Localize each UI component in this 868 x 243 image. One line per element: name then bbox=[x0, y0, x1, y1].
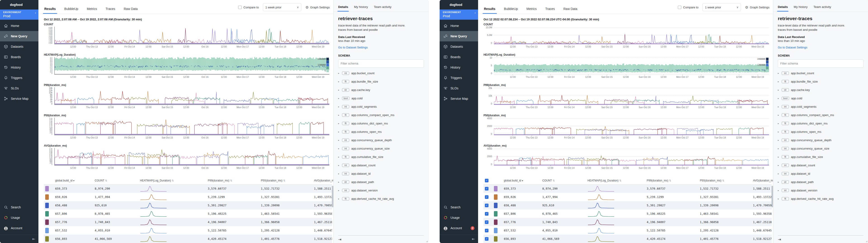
chart-canvas[interactable] bbox=[55, 87, 329, 104]
schema-field-app-dataset-id[interactable]: ▸intapp.dataset_id bbox=[778, 169, 864, 178]
caret-right-icon[interactable]: ▸ bbox=[778, 147, 780, 150]
schema-field-app-cold[interactable]: ▸boolapp.cold bbox=[778, 94, 864, 103]
schema-field-app-concurrency-queue-depth[interactable]: ▸intapp.concurrency_queue_depth bbox=[338, 136, 424, 144]
logo[interactable]: dogfood bbox=[440, 0, 478, 9]
schema-field-app-cache-key[interactable]: ▸strapp.cache.key bbox=[778, 86, 864, 94]
schema-field-app-cold-segments[interactable]: ▸intapp.cold_segments bbox=[778, 103, 864, 111]
caret-right-icon[interactable]: ▸ bbox=[338, 181, 340, 183]
schema-field-app-cold-segments[interactable]: ▸intapp.cold_segments bbox=[338, 103, 424, 111]
caret-right-icon[interactable]: ▸ bbox=[338, 114, 340, 116]
collapse-right-icon[interactable]: ⇥ bbox=[338, 237, 341, 242]
resize-handle-icon[interactable]: ◢ bbox=[426, 240, 428, 242]
caret-right-icon[interactable]: ▸ bbox=[778, 189, 780, 192]
sidebar-item-triggers[interactable]: Triggers bbox=[0, 73, 38, 83]
schema-field-app-columns-open-ms[interactable]: ▸fltapp.columns_open_ms bbox=[778, 128, 864, 136]
chart-canvas[interactable] bbox=[494, 27, 769, 44]
caret-right-icon[interactable]: ▸ bbox=[778, 105, 780, 108]
caret-right-icon[interactable]: ▸ bbox=[338, 105, 340, 108]
column-header-global-build-id[interactable]: global.build_id ▾ bbox=[54, 177, 93, 184]
chart-canvas[interactable] bbox=[55, 57, 329, 74]
caret-right-icon[interactable]: ▸ bbox=[778, 181, 780, 183]
chart-canvas[interactable] bbox=[55, 27, 329, 44]
row-checkbox[interactable]: ✓ bbox=[485, 220, 489, 224]
table-row[interactable]: 657,5324,055,0105,122.507851,295.421281,… bbox=[44, 226, 332, 235]
chart-plot[interactable] bbox=[494, 27, 769, 44]
chart-canvas[interactable] bbox=[494, 87, 769, 105]
schema-field-app-derived-cache-hit-rate-avg[interactable]: ▸fltapp.derived_cache_hit_rate_avg bbox=[338, 195, 424, 203]
sort-icon[interactable]: ⇅ bbox=[105, 179, 107, 182]
caret-right-icon[interactable]: ▸ bbox=[778, 131, 780, 133]
row-checkbox[interactable]: ✓ bbox=[485, 212, 489, 216]
schema-field-app-dataset-count[interactable]: ▸intapp.dataset_count bbox=[778, 161, 864, 169]
sort-icon[interactable]: ⇅ bbox=[619, 179, 621, 182]
chart-canvas[interactable] bbox=[494, 118, 769, 135]
table-row[interactable]: 658,488925,6105,301.298271,339.200981,47… bbox=[44, 201, 332, 210]
sidebar-item-triggers[interactable]: Triggers bbox=[440, 73, 478, 83]
column-header-p99-duration-ms-[interactable]: P99(duration_ms) ⇅ bbox=[645, 177, 699, 184]
caret-right-icon[interactable]: ▸ bbox=[338, 147, 340, 150]
sort-icon[interactable]: ⇅ bbox=[553, 179, 555, 182]
caret-right-icon[interactable]: ▸ bbox=[778, 164, 780, 166]
schema-field-app-concurrency-queue-depth[interactable]: ▸intapp.concurrency_queue_depth bbox=[778, 136, 864, 144]
caret-right-icon[interactable]: ▸ bbox=[338, 189, 340, 192]
schema-field-app-bucket-count[interactable]: ▸intapp.bucket_count bbox=[338, 69, 424, 77]
sidebar-item-slos[interactable]: SLOs bbox=[0, 83, 38, 93]
sidebar-item-home[interactable]: Home bbox=[0, 21, 38, 31]
sort-desc-icon[interactable]: ▾ bbox=[522, 180, 523, 182]
schema-field-app-columns-open-ms[interactable]: ▸fltapp.columns_open_ms bbox=[338, 128, 424, 136]
schema-field-app-columns-dict-open-ms[interactable]: ▸fltapp.columns_dict_open_ms bbox=[778, 119, 864, 128]
dataset-settings-link[interactable]: Go to Dataset Settings bbox=[778, 46, 864, 49]
compare-checkbox[interactable] bbox=[678, 6, 681, 9]
chart-canvas[interactable] bbox=[494, 148, 769, 165]
caret-right-icon[interactable]: ▸ bbox=[778, 80, 780, 83]
column-header-p99-duration-ms-[interactable]: P99(duration_ms) ⇅ bbox=[206, 177, 259, 184]
sidebar-collapse-button[interactable]: ⇤ bbox=[0, 235, 38, 243]
table-scrollbar[interactable] bbox=[332, 186, 333, 207]
table-row[interactable]: ✓657,8066,978,4655,196.402251,463.565411… bbox=[484, 210, 772, 218]
caret-right-icon[interactable]: ▸ bbox=[778, 114, 780, 116]
caret-right-icon[interactable]: ▸ bbox=[338, 156, 340, 158]
sidebar-item-usage[interactable]: Usage bbox=[440, 212, 478, 223]
schema-field-app-dataset-version[interactable]: ▸intapp.dataset_version bbox=[778, 186, 864, 195]
sort-icon[interactable]: ⇅ bbox=[669, 179, 671, 182]
caret-right-icon[interactable]: ▸ bbox=[778, 139, 780, 141]
table-row[interactable]: 659,0261,477,9945,239.12991,327.932811,4… bbox=[44, 193, 332, 201]
compare-range-select[interactable]: 1 week prior ∨ bbox=[263, 3, 301, 11]
sidebar-item-boards[interactable]: Boards bbox=[0, 52, 38, 62]
table-scrollbar[interactable] bbox=[772, 186, 773, 207]
sort-icon[interactable]: ⇅ bbox=[172, 179, 174, 182]
table-row[interactable]: ✓657,7761,740,8434,196.940071,366.960581… bbox=[484, 218, 772, 226]
chart-plot[interactable] bbox=[54, 27, 329, 44]
table-row[interactable]: 656,89341,066,5694,420.451741,401.457761… bbox=[44, 235, 332, 243]
caret-right-icon[interactable]: ▸ bbox=[338, 197, 340, 200]
chart-plot[interactable]: 240000012000001 bbox=[54, 57, 329, 75]
chart-plot[interactable] bbox=[494, 148, 769, 166]
schema-field-app-cumulative-file-size[interactable]: ▸fltapp.cumulative_file_size bbox=[778, 153, 864, 161]
column-header-count[interactable]: COUNT ⇅ bbox=[93, 177, 138, 184]
caret-right-icon[interactable]: ▸ bbox=[778, 122, 780, 125]
sort-icon[interactable]: ⇅ bbox=[230, 179, 232, 182]
panel-tab-team-activity[interactable]: Team activity bbox=[813, 5, 831, 11]
tab-raw-data[interactable]: Raw Data bbox=[563, 7, 578, 14]
schema-filter-input[interactable] bbox=[338, 59, 424, 68]
column-header-p50-duration-ms-[interactable]: P50(duration_ms) ⇅ bbox=[699, 177, 752, 184]
column-header-p50-duration-ms-[interactable]: P50(duration_ms) ⇅ bbox=[259, 177, 313, 184]
row-checkbox[interactable]: ✓ bbox=[485, 204, 489, 207]
sidebar-item-history[interactable]: History bbox=[440, 62, 478, 73]
table-row[interactable]: ✓656,89341,066,5694,420.451741,401.45776… bbox=[484, 235, 772, 243]
sidebar-item-new-query[interactable]: New Query bbox=[0, 31, 38, 42]
resize-handle-icon[interactable]: ◢ bbox=[866, 240, 867, 242]
caret-right-icon[interactable]: ▸ bbox=[338, 139, 340, 141]
environment-switcher[interactable]: ENVIRONMENT › Prod bbox=[0, 9, 38, 20]
graph-settings-button[interactable]: ⚙ Graph Settings bbox=[745, 5, 770, 9]
chart-canvas[interactable] bbox=[494, 57, 769, 75]
sort-icon[interactable]: ⇅ bbox=[722, 179, 724, 182]
schema-field-app-concurrency-queue-size[interactable]: ▸intapp.concurrency_queue_size bbox=[338, 144, 424, 153]
tab-raw-data[interactable]: Raw Data bbox=[123, 7, 138, 14]
table-row[interactable]: 657,7761,740,8434,196.940071,366.960581,… bbox=[44, 218, 332, 226]
tab-metrics[interactable]: Metrics bbox=[86, 7, 97, 14]
sidebar-item-account[interactable]: Account bbox=[0, 223, 38, 233]
schema-field-app-columns-compact-open-ms[interactable]: ▸fltapp.columns_compact_open_ms bbox=[778, 111, 864, 119]
row-checkbox[interactable]: ✓ bbox=[485, 195, 489, 199]
tab-bubbleup[interactable]: BubbleUp bbox=[504, 7, 519, 14]
